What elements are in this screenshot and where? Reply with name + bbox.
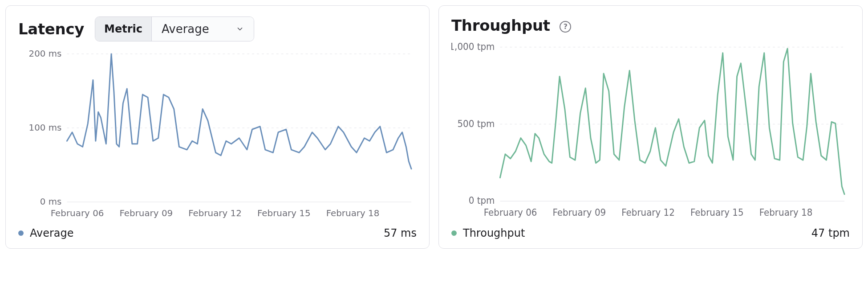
latency-title: Latency bbox=[18, 20, 84, 38]
svg-text:February 06: February 06 bbox=[484, 207, 537, 218]
svg-text:200 ms: 200 ms bbox=[28, 49, 61, 59]
latency-card: Latency Metric Average 0 ms100 ms200 msF… bbox=[5, 5, 430, 249]
latency-legend-item: Average bbox=[18, 227, 74, 239]
svg-text:February 18: February 18 bbox=[759, 207, 813, 218]
svg-text:February 12: February 12 bbox=[621, 207, 675, 218]
throughput-card-header: Throughput ? bbox=[451, 16, 850, 34]
latency-legend-value: 57 ms bbox=[384, 227, 417, 239]
throughput-legend-dot-icon bbox=[451, 230, 457, 236]
throughput-card: Throughput ? 0 tpm500 tpm1,000 tpmFebrua… bbox=[438, 5, 863, 249]
svg-text:February 18: February 18 bbox=[326, 208, 380, 218]
svg-text:100 ms: 100 ms bbox=[28, 123, 61, 133]
svg-text:0 tpm: 0 tpm bbox=[469, 195, 495, 206]
throughput-legend-label: Throughput bbox=[463, 227, 525, 239]
latency-legend-dot-icon bbox=[18, 230, 24, 236]
svg-text:February 15: February 15 bbox=[690, 207, 744, 218]
svg-text:February 12: February 12 bbox=[188, 208, 242, 218]
throughput-legend-item: Throughput bbox=[451, 227, 525, 239]
latency-metric-select[interactable]: Metric Average bbox=[95, 16, 254, 41]
dashboard-row: Latency Metric Average 0 ms100 ms200 msF… bbox=[5, 5, 863, 249]
svg-text:1,000 tpm: 1,000 tpm bbox=[451, 41, 495, 52]
svg-text:500 tpm: 500 tpm bbox=[457, 118, 495, 129]
metric-pill-value[interactable]: Average bbox=[152, 17, 254, 41]
svg-text:February 15: February 15 bbox=[257, 208, 311, 218]
metric-pill-label: Metric bbox=[95, 17, 152, 41]
svg-text:February 09: February 09 bbox=[552, 207, 606, 218]
chevron-down-icon bbox=[236, 25, 244, 33]
throughput-legend-row: Throughput 47 tpm bbox=[451, 222, 850, 239]
latency-card-header: Latency Metric Average bbox=[18, 16, 417, 41]
metric-selected-text: Average bbox=[162, 22, 209, 36]
svg-text:February 06: February 06 bbox=[51, 208, 104, 218]
svg-text:February 09: February 09 bbox=[119, 208, 173, 218]
throughput-chart: 0 tpm500 tpm1,000 tpmFebruary 06February… bbox=[451, 38, 850, 222]
latency-legend-label: Average bbox=[30, 227, 74, 239]
svg-text:0 ms: 0 ms bbox=[40, 197, 62, 207]
throughput-title-text: Throughput bbox=[451, 16, 550, 34]
latency-legend-row: Average 57 ms bbox=[18, 222, 417, 239]
latency-chart: 0 ms100 ms200 msFebruary 06February 09Fe… bbox=[18, 45, 417, 222]
throughput-legend-value: 47 tpm bbox=[811, 227, 850, 239]
help-icon[interactable]: ? bbox=[560, 21, 571, 33]
throughput-title: Throughput ? bbox=[451, 16, 571, 34]
